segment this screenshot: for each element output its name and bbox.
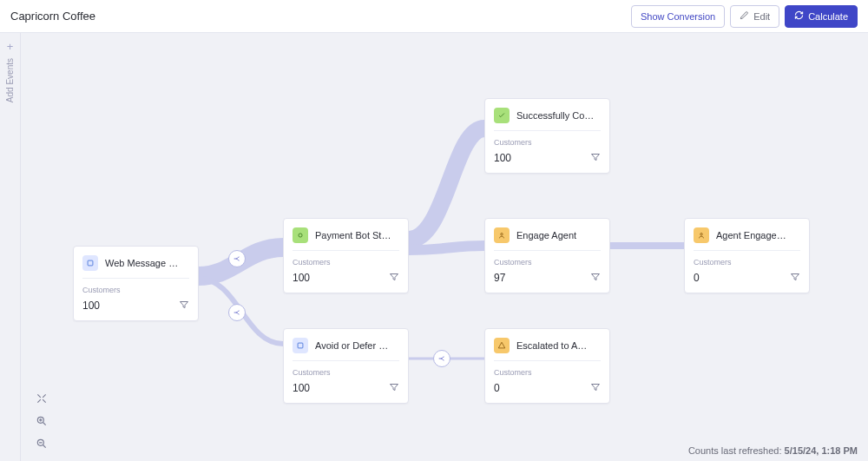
metric-label: Customers — [494, 258, 601, 267]
side-rail: + Add Events — [0, 33, 21, 461]
branch-icon — [228, 250, 246, 267]
event-icon — [494, 338, 510, 353]
metric-value: 97 — [494, 272, 505, 284]
plus-icon[interactable]: + — [7, 40, 14, 53]
metric-label: Customers — [293, 368, 399, 377]
refresh-icon — [794, 10, 804, 22]
edit-button[interactable]: Edit — [730, 5, 779, 28]
filter-icon[interactable] — [590, 150, 601, 166]
node-title: Avoid or Defer … — [315, 340, 388, 351]
filter-icon[interactable] — [590, 380, 601, 396]
metric-value: 100 — [293, 382, 310, 394]
node-title: Engage Agent — [516, 230, 576, 240]
filter-icon[interactable] — [389, 380, 399, 396]
fit-icon[interactable] — [35, 392, 49, 405]
node-success[interactable]: Successfully Co… Customers 100 — [484, 98, 610, 174]
add-events-label[interactable]: Add Events — [5, 58, 15, 102]
event-icon — [293, 338, 308, 353]
pencil-icon — [740, 10, 749, 22]
svg-rect-0 — [88, 260, 93, 266]
show-conversion-button[interactable]: Show Conversion — [631, 5, 725, 28]
node-title: Successfully Co… — [516, 110, 594, 121]
svg-point-1 — [299, 234, 302, 237]
node-engage-agent[interactable]: Engage Agent Customers 97 — [484, 218, 610, 293]
filter-icon[interactable] — [179, 298, 189, 313]
node-escalated[interactable]: Escalated to A… Customers 0 — [484, 328, 610, 404]
calculate-button[interactable]: Calculate — [785, 5, 858, 28]
zoom-out-icon[interactable] — [35, 437, 49, 451]
metric-value: 100 — [494, 152, 511, 164]
node-payment-bot[interactable]: Payment Bot St… Customers 100 — [283, 218, 409, 293]
metric-value: 100 — [82, 300, 100, 312]
journey-canvas[interactable]: Web Message … Customers 100 Payment Bot … — [21, 33, 868, 461]
event-icon — [694, 227, 709, 243]
metric-label: Customers — [494, 368, 601, 377]
filter-icon[interactable] — [389, 270, 399, 286]
top-bar: Capricorn Coffee Show Conversion Edit Ca… — [0, 0, 868, 33]
filter-icon[interactable] — [590, 270, 601, 286]
event-icon — [494, 227, 510, 243]
svg-point-4 — [700, 234, 703, 236]
event-icon — [494, 108, 510, 123]
event-icon — [82, 255, 98, 271]
metric-value: 100 — [293, 272, 310, 284]
zoom-in-icon[interactable] — [35, 414, 49, 428]
filter-icon[interactable] — [790, 270, 800, 286]
node-agent-engage[interactable]: Agent Engage… Customers 0 — [684, 218, 810, 293]
metric-label: Customers — [494, 138, 601, 147]
node-title: Web Message … — [105, 258, 178, 268]
metric-value: 0 — [694, 272, 700, 284]
page-title: Capricorn Coffee — [10, 10, 95, 23]
branch-icon — [228, 304, 246, 321]
node-avoid-defer[interactable]: Avoid or Defer … Customers 100 — [283, 328, 409, 404]
refresh-timestamp: Counts last refreshed: 5/15/24, 1:18 PM — [688, 445, 858, 456]
node-title: Payment Bot St… — [315, 230, 391, 240]
node-title: Escalated to A… — [516, 340, 587, 351]
svg-rect-2 — [298, 343, 303, 348]
metric-label: Customers — [293, 258, 399, 267]
node-web-message[interactable]: Web Message … Customers 100 — [73, 246, 199, 321]
metric-label: Customers — [82, 286, 189, 294]
metric-value: 0 — [494, 382, 500, 394]
metric-label: Customers — [694, 258, 800, 267]
svg-point-3 — [501, 234, 503, 236]
event-icon — [293, 227, 308, 243]
branch-icon — [433, 350, 450, 367]
canvas-tools — [35, 392, 49, 451]
node-title: Agent Engage… — [716, 230, 786, 240]
